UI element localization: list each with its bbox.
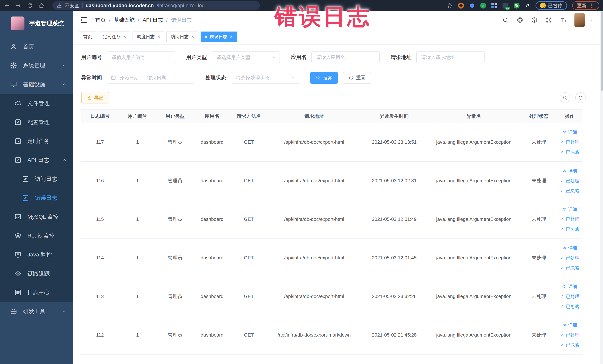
layers-icon [14,232,22,239]
close-tab-icon[interactable]: × [157,34,160,39]
date-range-picker[interactable]: 开始日期 - 结束日期 [107,71,194,84]
close-tab-icon[interactable]: × [191,34,194,39]
action-detail-link[interactable]: 详细 [557,204,582,214]
action-detail-link[interactable]: 详细 [557,282,582,292]
help-icon[interactable] [531,17,538,23]
fullscreen-icon[interactable] [545,17,552,23]
sidebar-item[interactable]: 配置管理 [0,113,73,132]
sidebar-item[interactable]: 日志中心 [0,283,73,302]
browser-extension-icon[interactable]: ✓ [480,3,486,9]
action-detail-link[interactable]: 详细 [557,127,582,137]
action-processed-link[interactable]: ✓已处理 [557,137,582,147]
browser-extension-icon[interactable] [491,3,497,9]
schedule-icon [14,138,22,145]
action-ignored-link[interactable]: ✓已忽略 [557,340,582,350]
close-tab-icon[interactable]: × [123,34,126,39]
app-name-input[interactable] [312,51,380,63]
sidebar-item[interactable]: 研发工具 [0,302,73,321]
export-button[interactable]: 导出 [81,92,109,104]
action-ignored-link[interactable]: ✓已忽略 [557,186,582,196]
back-icon[interactable] [4,2,10,9]
sidebar-item[interactable]: 系统管理 [0,56,73,75]
browser-extension-icon[interactable] [525,3,530,8]
cell-user_id: 1 [119,277,156,316]
action-ignored-link[interactable]: ✓已忽略 [557,302,582,312]
browser-extension-icon[interactable] [469,3,475,9]
cell-user_type: 管理员 [156,123,194,162]
action-processed-link[interactable]: ✓已处理 [557,292,582,302]
search-button[interactable]: 搜索 [310,72,338,84]
font-size-icon[interactable] [560,17,567,23]
app-logo[interactable]: 芋道管理系统 [0,11,73,35]
browser-extension-icon[interactable]: on [502,3,509,9]
address-bar[interactable]: 不安全 dashboard.yudao.iocoder.cn/infra/log… [52,1,260,10]
table-row: 1141管理员dashboardGET/api/infra/db-doc/exp… [81,239,582,277]
user-icon [10,43,17,50]
home-icon[interactable] [38,2,45,9]
user-type-select[interactable] [212,51,280,63]
action-processed-link[interactable]: ✓已处理 [557,253,582,263]
forward-icon[interactable] [15,2,22,9]
refresh-table-button[interactable] [575,92,586,103]
action-processed-link[interactable]: ✓已处理 [557,214,582,224]
sidebar-item[interactable]: API 日志 [0,151,73,169]
scrollbar-thumb[interactable] [601,11,603,91]
breadcrumb-item[interactable]: 基础设施 [114,16,135,23]
user-avatar[interactable] [574,13,585,27]
sidebar-item[interactable]: 基础设施 [0,75,73,94]
breadcrumb-item[interactable]: API 日志 [143,16,163,23]
chevron-up-icon [61,82,67,87]
sidebar-item[interactable]: MySQL 监控 [0,207,73,226]
browser-extension-icon[interactable] [458,3,464,9]
reload-icon[interactable] [27,2,33,9]
action-processed-link[interactable]: ✓已处理 [557,330,582,340]
search-icon [562,95,568,100]
user-id-input[interactable] [107,51,175,63]
error-log-table: 日志编号 用户编号 用户类型 应用名 请求方法名 请求地址 异常发生时间 异常名… [81,109,582,354]
profile-paused-badge[interactable]: 已暂停 [535,1,567,10]
tab-首页[interactable]: 首页 [79,32,96,42]
sidebar-item[interactable]: 链路追踪 [0,264,73,283]
sidebar-item-label: 错误日志 [35,194,57,202]
action-processed-link[interactable]: ✓已处理 [557,176,582,186]
action-ignored-link[interactable]: ✓已忽略 [557,147,582,157]
cell-user_id: 1 [119,316,156,354]
tab-定时任务[interactable]: 定时任务× [99,32,130,42]
cell-url: /api/infra/db-doc/export-markdown [267,316,361,354]
monitor-icon [10,81,17,88]
tab-调度日志[interactable]: 调度日志× [133,32,164,42]
url-divider [82,3,83,8]
request-url-input[interactable] [416,51,485,63]
action-detail-link[interactable]: 详细 [557,243,582,253]
sidebar-item[interactable]: Redis 监控 [0,226,73,245]
sidebar-item[interactable]: Java 监控 [0,245,73,264]
action-ignored-link[interactable]: ✓已忽略 [557,224,582,234]
chevron-down-icon[interactable] [589,18,594,22]
check-icon: ✓ [560,256,564,260]
tab-错误日志[interactable]: 错误日志× [201,32,237,42]
breadcrumb-item[interactable]: 首页 [95,16,106,23]
browser-menu-icon[interactable]: ⋮ [589,2,595,9]
sidebar-item[interactable]: 访问日志 [0,169,73,188]
action-detail-link[interactable]: 详细 [557,166,582,176]
bookmark-star-icon[interactable] [447,2,453,9]
cell-id: 113 [81,277,119,316]
tab-访问日志[interactable]: 访问日志× [166,32,198,42]
github-icon[interactable] [517,17,523,23]
sidebar-item[interactable]: 定时任务 [0,132,73,151]
search-icon[interactable] [502,17,509,23]
collapse-sidebar-icon[interactable] [80,17,88,23]
cell-user_id: 1 [119,200,156,239]
close-tab-icon[interactable]: × [230,34,233,39]
sidebar-item[interactable]: 错误日志 [0,188,73,207]
sidebar-item[interactable]: 首页 [0,37,73,56]
browser-update-button[interactable]: 更新 ⋮ [572,1,599,10]
reset-button[interactable]: 重置 [343,72,371,84]
toggle-search-button[interactable] [560,92,570,103]
action-detail-link[interactable]: 详细 [557,320,582,330]
sidebar-item[interactable]: 文件管理 [0,94,73,113]
browser-extension-icon[interactable] [514,3,520,9]
process-status-select[interactable] [231,71,299,84]
action-ignored-link[interactable]: ✓已忽略 [557,263,582,273]
cell-user_type: 管理员 [156,316,194,354]
